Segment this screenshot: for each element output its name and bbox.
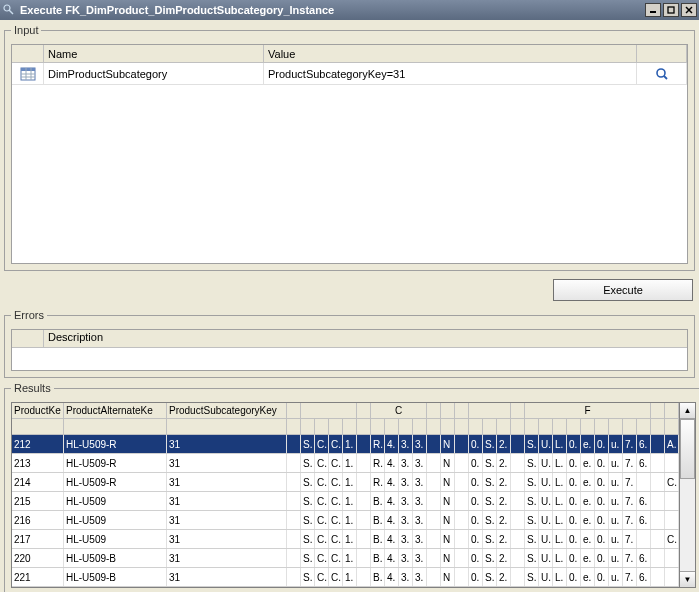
table-cell: C. xyxy=(329,511,343,529)
results-column-header[interactable] xyxy=(12,419,64,435)
table-cell: 1. xyxy=(343,454,357,472)
results-group-header[interactable]: C xyxy=(371,403,427,419)
close-button[interactable] xyxy=(681,3,697,17)
results-column-header[interactable] xyxy=(315,419,329,435)
results-column-header[interactable] xyxy=(497,419,511,435)
table-cell: C. xyxy=(315,473,329,491)
results-column-header[interactable] xyxy=(301,419,315,435)
results-column-header[interactable] xyxy=(539,419,553,435)
table-row[interactable]: 221HL-U509-B31S.C.C.1.B.4.3.3.N0.S.2.S.U… xyxy=(12,568,679,587)
table-cell: S. xyxy=(525,454,539,472)
table-row[interactable]: 214HL-U509-R31S.C.C.1.R.4.3.3.N0.S.2.S.U… xyxy=(12,473,679,492)
results-column-header[interactable] xyxy=(385,419,399,435)
table-cell: S. xyxy=(301,530,315,548)
input-value-cell[interactable]: ProductSubcategoryKey=31 xyxy=(264,63,637,84)
table-cell xyxy=(651,492,665,510)
table-cell: 0. xyxy=(595,435,609,453)
results-column-header[interactable] xyxy=(609,419,623,435)
results-column-header[interactable] xyxy=(441,419,455,435)
table-cell: 1. xyxy=(343,549,357,567)
table-cell: 0. xyxy=(567,492,581,510)
results-column-header[interactable]: ProductAlternateKe xyxy=(64,403,167,419)
execute-button[interactable]: Execute xyxy=(553,279,693,301)
results-group-header[interactable] xyxy=(469,403,511,419)
results-column-header[interactable] xyxy=(623,419,637,435)
table-row[interactable]: 220HL-U509-B31S.C.C.1.B.4.3.3.N0.S.2.S.U… xyxy=(12,549,679,568)
results-group-header[interactable] xyxy=(665,403,679,419)
minimize-button[interactable] xyxy=(645,3,661,17)
scroll-thumb[interactable] xyxy=(680,419,695,479)
results-column-header[interactable] xyxy=(64,419,167,435)
results-column-header[interactable] xyxy=(357,403,371,419)
results-column-header[interactable] xyxy=(399,419,413,435)
errors-header-description[interactable]: Description xyxy=(44,330,687,347)
table-cell: 4. xyxy=(385,568,399,586)
results-column-header[interactable] xyxy=(581,419,595,435)
table-cell: C. xyxy=(329,530,343,548)
scroll-up-icon[interactable]: ▲ xyxy=(680,403,695,419)
table-cell: N xyxy=(441,530,455,548)
results-column-header[interactable] xyxy=(371,419,385,435)
results-column-header[interactable] xyxy=(455,403,469,419)
results-column-header[interactable] xyxy=(651,419,665,435)
results-column-header[interactable] xyxy=(287,403,301,419)
input-header-name[interactable]: Name xyxy=(44,45,264,62)
results-column-header[interactable] xyxy=(651,403,665,419)
results-vertical-scrollbar[interactable]: ▲ ▼ xyxy=(680,402,696,588)
results-column-header[interactable] xyxy=(287,419,301,435)
results-column-header[interactable] xyxy=(427,403,441,419)
table-row[interactable]: 213HL-U509-R31S.C.C.1.R.4.3.3.N0.S.2.S.U… xyxy=(12,454,679,473)
results-group-header[interactable] xyxy=(441,403,455,419)
results-column-header[interactable] xyxy=(511,403,525,419)
results-column-header[interactable] xyxy=(525,419,539,435)
table-cell: u. xyxy=(609,568,623,586)
table-row[interactable]: 217HL-U50931S.C.C.1.B.4.3.3.N0.S.2.S.U.L… xyxy=(12,530,679,549)
table-cell: 0. xyxy=(595,492,609,510)
results-column-header[interactable] xyxy=(455,419,469,435)
results-group-header[interactable]: F xyxy=(525,403,651,419)
results-column-header[interactable] xyxy=(567,419,581,435)
table-cell: 6. xyxy=(637,435,651,453)
results-column-header[interactable] xyxy=(595,419,609,435)
table-cell: 3. xyxy=(399,473,413,491)
maximize-button[interactable] xyxy=(663,3,679,17)
table-cell: 0. xyxy=(567,454,581,472)
input-name-cell[interactable]: DimProductSubcategory xyxy=(44,63,264,84)
results-group-header[interactable] xyxy=(301,403,357,419)
svg-line-13 xyxy=(664,76,667,79)
results-column-header[interactable] xyxy=(413,419,427,435)
results-column-header[interactable] xyxy=(329,419,343,435)
results-column-header[interactable] xyxy=(469,419,483,435)
table-cell xyxy=(357,492,371,510)
table-cell: 4. xyxy=(385,492,399,510)
scroll-track[interactable] xyxy=(680,419,695,571)
lookup-button[interactable] xyxy=(637,63,687,84)
table-cell: 1. xyxy=(343,492,357,510)
errors-grid: Description xyxy=(11,329,688,371)
table-cell: HL-U509 xyxy=(64,530,167,548)
input-header-value[interactable]: Value xyxy=(264,45,637,62)
table-cell xyxy=(651,568,665,586)
results-column-header[interactable]: ProductKe xyxy=(12,403,64,419)
results-column-header[interactable] xyxy=(343,419,357,435)
results-column-header[interactable] xyxy=(665,419,679,435)
results-column-header[interactable] xyxy=(483,419,497,435)
results-column-header[interactable] xyxy=(167,419,287,435)
table-row[interactable]: 212HL-U509-R31S.C.C.1.R.4.3.3.N0.S.2.S.U… xyxy=(12,435,679,454)
table-cell xyxy=(455,454,469,472)
table-cell: 7. xyxy=(623,530,637,548)
table-cell: B. xyxy=(371,549,385,567)
results-column-header[interactable]: ProductSubcategoryKey xyxy=(167,403,287,419)
results-column-header[interactable] xyxy=(427,419,441,435)
results-column-header[interactable] xyxy=(357,419,371,435)
table-cell: U. xyxy=(539,511,553,529)
results-column-header[interactable] xyxy=(637,419,651,435)
table-cell: S. xyxy=(483,473,497,491)
table-cell: 1. xyxy=(343,473,357,491)
results-column-header[interactable] xyxy=(511,419,525,435)
results-column-header[interactable] xyxy=(553,419,567,435)
table-row[interactable]: 215HL-U50931S.C.C.1.B.4.3.3.N0.S.2.S.U.L… xyxy=(12,492,679,511)
table-row[interactable]: 216HL-U50931S.C.C.1.B.4.3.3.N0.S.2.S.U.L… xyxy=(12,511,679,530)
scroll-down-icon[interactable]: ▼ xyxy=(680,571,695,587)
input-row[interactable]: DimProductSubcategory ProductSubcategory… xyxy=(12,63,687,85)
